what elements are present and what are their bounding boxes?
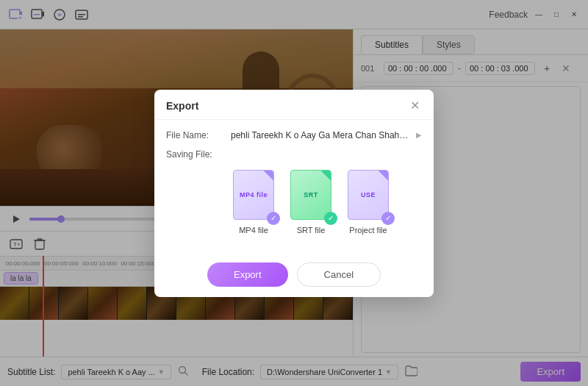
srt-check: ✓ — [324, 212, 337, 225]
filename-row: File Name: pehli Tareekh K o Aay Ga Mera… — [166, 130, 422, 140]
srt-label: SRT file — [297, 226, 326, 235]
mp4-label: MP4 file — [239, 226, 268, 235]
mp4-icon: MP4 file ✓ — [231, 168, 276, 221]
saving-file-label: Saving File: — [166, 149, 225, 160]
project-icon: USE ✓ — [345, 168, 391, 221]
modal-footer: Export Cancel — [154, 255, 434, 297]
project-badge: USE — [361, 191, 376, 199]
srt-icon: SRT ✓ — [288, 168, 334, 221]
file-options: MP4 file ✓ MP4 file SRT ✓ S — [231, 168, 422, 235]
modal-header: Export ✕ — [154, 90, 434, 120]
filename-label: File Name: — [166, 130, 225, 140]
mp4-badge: MP4 file — [240, 191, 268, 199]
srt-corner — [320, 171, 331, 181]
saving-file-row: Saving File: — [166, 149, 422, 160]
project-check: ✓ — [381, 212, 395, 225]
mp4-check: ✓ — [267, 212, 280, 225]
project-corner — [378, 171, 388, 181]
modal-cancel-button[interactable]: Cancel — [297, 262, 381, 287]
project-option[interactable]: USE ✓ Project file — [345, 168, 391, 235]
srt-badge: SRT — [304, 191, 318, 199]
modal-body: File Name: pehli Tareekh K o Aay Ga Mera… — [154, 120, 434, 255]
modal-export-button[interactable]: Export — [207, 262, 288, 287]
filename-arrow: ▶ — [416, 131, 422, 139]
modal-title: Export — [166, 100, 198, 112]
mp4-corner — [263, 171, 273, 181]
srt-option[interactable]: SRT ✓ SRT file — [288, 168, 334, 235]
project-label: Project file — [349, 226, 387, 235]
mp4-icon-body: MP4 file — [233, 170, 274, 220]
export-dialog: Export ✕ File Name: pehli Tareekh K o Aa… — [154, 90, 434, 297]
mp4-option[interactable]: MP4 file ✓ MP4 file — [231, 168, 276, 235]
modal-close-button[interactable]: ✕ — [407, 99, 422, 113]
filename-value: pehli Tareekh K o Aay Ga Mera Chan Shahz… — [231, 130, 410, 140]
modal-overlay: Export ✕ File Name: pehli Tareekh K o Aa… — [0, 0, 588, 386]
srt-icon-body: SRT — [290, 170, 331, 220]
project-icon-body: USE — [348, 170, 389, 220]
